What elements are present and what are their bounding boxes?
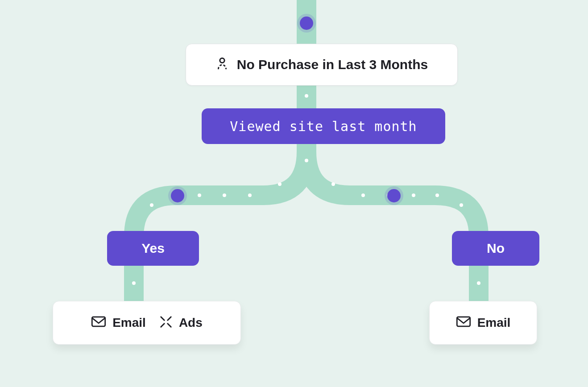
email-icon [91, 316, 106, 330]
svg-rect-19 [457, 317, 470, 326]
svg-point-14 [460, 203, 463, 207]
svg-point-10 [361, 194, 365, 197]
actions-yes-node[interactable]: Email Ads [53, 301, 241, 345]
actions-no-node[interactable]: Email [429, 301, 537, 345]
flow-dot [171, 189, 184, 202]
ads-icon [159, 315, 173, 330]
branch-no-node[interactable]: No [452, 231, 539, 266]
branch-yes-node[interactable]: Yes [107, 231, 199, 266]
svg-point-2 [278, 182, 282, 186]
svg-point-15 [477, 281, 480, 285]
svg-point-4 [223, 194, 226, 197]
condition-node[interactable]: Viewed site last month [202, 108, 445, 144]
flow-dot [300, 16, 313, 30]
svg-point-13 [435, 194, 439, 197]
svg-point-17 [220, 58, 224, 62]
svg-point-0 [305, 94, 308, 98]
action-label: Ads [179, 316, 203, 330]
branch-yes-label: Yes [141, 241, 165, 256]
svg-point-7 [132, 281, 136, 285]
branch-no-label: No [487, 241, 505, 256]
svg-point-9 [331, 182, 335, 186]
person-icon [215, 57, 229, 73]
action-email[interactable]: Email [91, 316, 146, 330]
svg-point-1 [305, 159, 308, 162]
svg-rect-18 [92, 317, 105, 326]
segment-label: No Purchase in Last 3 Months [237, 57, 428, 72]
email-icon [456, 316, 471, 330]
svg-point-5 [198, 194, 201, 197]
condition-label: Viewed site last month [230, 119, 417, 134]
svg-point-6 [150, 203, 153, 207]
svg-point-3 [248, 194, 252, 197]
action-email[interactable]: Email [456, 316, 511, 330]
svg-point-12 [412, 194, 415, 197]
action-label: Email [477, 316, 511, 330]
action-label: Email [112, 316, 146, 330]
flow-dot [387, 189, 401, 202]
segment-node[interactable]: No Purchase in Last 3 Months [186, 44, 458, 86]
action-ads[interactable]: Ads [159, 315, 203, 330]
